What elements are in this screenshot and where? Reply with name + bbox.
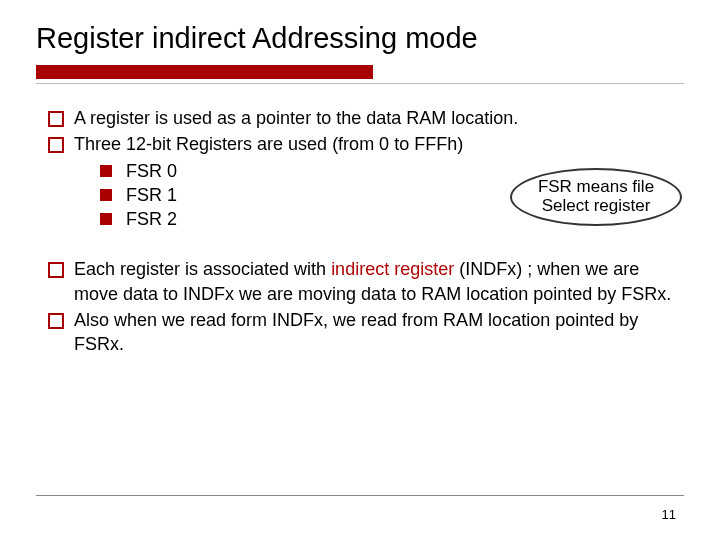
callout-oval: FSR means file Select register — [510, 168, 682, 226]
bullet-text: Three 12-bit Registers are used (from 0 … — [74, 134, 463, 154]
page-number: 11 — [662, 507, 676, 522]
bullet-item: A register is used as a pointer to the d… — [48, 106, 684, 130]
slide-content: A register is used as a pointer to the d… — [36, 84, 684, 357]
bullet-text-pre: Each register is associated with — [74, 259, 331, 279]
bullet-item: Also when we read form INDFx, we read fr… — [48, 308, 684, 357]
bullet-text-red: indirect register — [331, 259, 454, 279]
callout-line: Select register — [542, 196, 651, 215]
slide-title: Register indirect Addressing mode — [36, 22, 684, 55]
callout-line: FSR means file — [538, 177, 654, 196]
title-accent-bar — [36, 65, 373, 79]
bullet-item: Each register is associated with indirec… — [48, 257, 684, 306]
footer-divider — [36, 495, 684, 496]
